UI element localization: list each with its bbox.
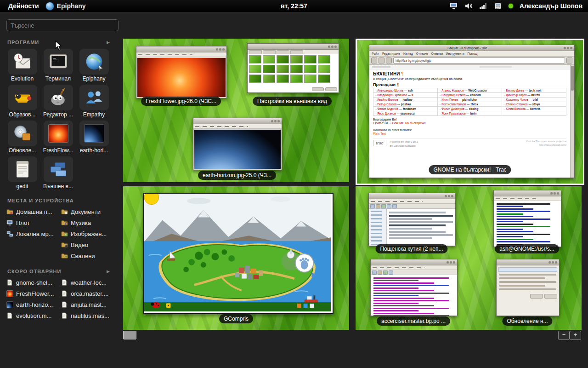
place-item-music[interactable]: Музика (61, 218, 111, 227)
window-evolution-mail[interactable] (368, 193, 456, 246)
window-label: ash@GNOME:/usr/s... (495, 244, 559, 253)
epiphany-icon (79, 49, 109, 75)
address-bar: http://fsa-bg.org/project/gtp (393, 58, 565, 63)
recent-item[interactable]: earth-horizo... (6, 300, 57, 309)
window-label: accerciser.master.bg.po ... (377, 316, 450, 326)
window-update-manager[interactable] (496, 259, 560, 316)
anchor-mark: ¶ (397, 82, 399, 87)
scrollbar (570, 65, 574, 178)
app-item-gcompris[interactable]: Образов... (5, 85, 40, 118)
recent-item[interactable]: FreshFlower... (6, 289, 57, 298)
workspace-2-selected[interactable]: GNOME на български! - Trac ФайлРедактира… (356, 39, 584, 185)
place-item-pictures[interactable]: Изображен... (61, 229, 111, 238)
workspace-drag-handle[interactable] (123, 331, 136, 339)
flower-image (137, 58, 226, 97)
programs-expander-icon[interactable]: ▶ (107, 40, 110, 45)
documents-folder-icon (61, 208, 68, 215)
po-file-content (371, 275, 457, 316)
display-icon[interactable] (450, 2, 458, 10)
desktop-icon (6, 219, 13, 226)
app-item-evolution[interactable]: Evolution (5, 49, 40, 82)
remove-workspace-button[interactable]: − (558, 331, 570, 340)
recent-item[interactable]: evolution.m... (6, 311, 57, 320)
window-appearance-settings[interactable] (247, 43, 339, 93)
text-file-icon (61, 290, 68, 297)
app-item-earth-horizon[interactable]: earth-hori... (76, 121, 112, 154)
recent-item[interactable]: orca.master.... (61, 289, 111, 298)
recent-label: earth-horizo... (16, 301, 53, 308)
activities-button[interactable]: Дейности (5, 2, 43, 10)
app-label: earth-hori... (76, 147, 112, 154)
app-label: Empathy (76, 111, 112, 118)
place-label: Изображен... (71, 230, 107, 237)
recent-item[interactable]: weather-loc... (61, 278, 111, 287)
place-item-desktop[interactable]: Плот (6, 218, 57, 227)
window-gcompris[interactable] (143, 193, 334, 314)
place-item-video[interactable]: Видео (61, 240, 111, 249)
window-gimp-freshflower[interactable] (136, 46, 227, 98)
browser-menu-item: Файл (372, 52, 379, 55)
place-item-network[interactable]: Локална мр... (6, 229, 57, 238)
app-item-gedit[interactable]: gedit (5, 156, 40, 190)
place-item-downloads[interactable]: Свалени (61, 251, 111, 260)
volume-icon[interactable] (464, 2, 473, 10)
text-file-icon (6, 312, 13, 319)
add-workspace-button[interactable]: + (570, 331, 581, 340)
browser-toolbar: http://fsa-bg.org/project/gtp (369, 57, 574, 65)
recent-item[interactable]: anjuta.mast... (61, 300, 111, 309)
app-item-terminal[interactable]: Терминал (40, 49, 76, 82)
video-folder-icon (61, 242, 68, 248)
network-signal-icon[interactable] (479, 2, 487, 10)
battery-icon[interactable] (494, 2, 502, 10)
places-list: Домашна п... Плот Локална мр... Документ… (0, 207, 118, 260)
place-item-home[interactable]: Домашна п... (6, 207, 57, 216)
window-terminal[interactable] (493, 190, 561, 247)
workspace-1[interactable]: FreshFlower.jpg-26.0 (ЧЗС... Настройки н… (123, 39, 349, 182)
app-item-freshflower[interactable]: FreshFlow... (40, 121, 76, 154)
gcompris-scene (144, 194, 331, 311)
user-menu[interactable]: Александър Шопов (520, 2, 582, 10)
window-po-editor[interactable] (370, 259, 458, 316)
app-item-gimp[interactable]: Редактор ... (40, 85, 76, 118)
window-titlebar (136, 46, 226, 52)
epiphany-app-icon (45, 2, 54, 11)
search-input[interactable] (6, 19, 119, 31)
workspace-3[interactable]: GCompris (123, 186, 349, 330)
app-item-appearance[interactable]: Външен в... (40, 156, 76, 190)
plain-text-link: Plain Text (373, 132, 566, 135)
app-item-epiphany[interactable]: Epiphany (76, 49, 112, 82)
window-gimp-earth-horizon[interactable] (193, 118, 282, 170)
trac-intro-text: В секция „Бюлетини“ са периодичните съоб… (373, 77, 566, 80)
app-menu-button[interactable]: Epiphany (57, 2, 86, 10)
trac-subheading: Преводачи (373, 82, 396, 87)
update-buttons (498, 294, 557, 299)
clock[interactable]: вт, 22:57 (281, 2, 307, 10)
text-file-icon (61, 279, 68, 286)
browser-menu-item: Помощ (468, 52, 478, 55)
place-label: Свалени (71, 253, 95, 259)
anchor-mark: ¶ (401, 71, 403, 76)
app-label: Външен в... (40, 183, 76, 190)
app-grid: Evolution Терминал Epiphany Образов... Р… (0, 49, 118, 190)
empathy-icon (79, 85, 109, 110)
text-file-icon (61, 312, 68, 319)
pictures-folder-icon (61, 230, 68, 237)
app-item-empathy[interactable]: Empathy (76, 85, 112, 118)
app-item-updates[interactable]: Обновле... (5, 121, 40, 154)
window-epiphany-trac[interactable]: GNOME на български! - Trac ФайлРедактира… (369, 45, 575, 178)
go-button (566, 58, 572, 63)
place-item-documents[interactable]: Документи (61, 207, 111, 216)
recent-expander-icon[interactable]: ▶ (107, 269, 110, 274)
software-update-icon (8, 121, 37, 146)
recent-label: nautilus.mas... (71, 312, 109, 319)
app-label: gedit (5, 183, 40, 190)
update-header (498, 267, 557, 272)
recent-item[interactable]: gnome-shel... (6, 278, 57, 287)
places-title: МЕСТА И УСТРОЙСТВА (7, 198, 74, 203)
workspace-4[interactable]: Пощенска кутия (2 неп... ash@GNOME:/usr/… (356, 186, 582, 330)
earth-image (194, 130, 281, 169)
place-label: Плот (16, 219, 30, 226)
app-label: Обновле... (5, 147, 40, 154)
recent-item[interactable]: nautilus.mas... (61, 311, 111, 320)
window-label: GCompris (219, 314, 253, 323)
